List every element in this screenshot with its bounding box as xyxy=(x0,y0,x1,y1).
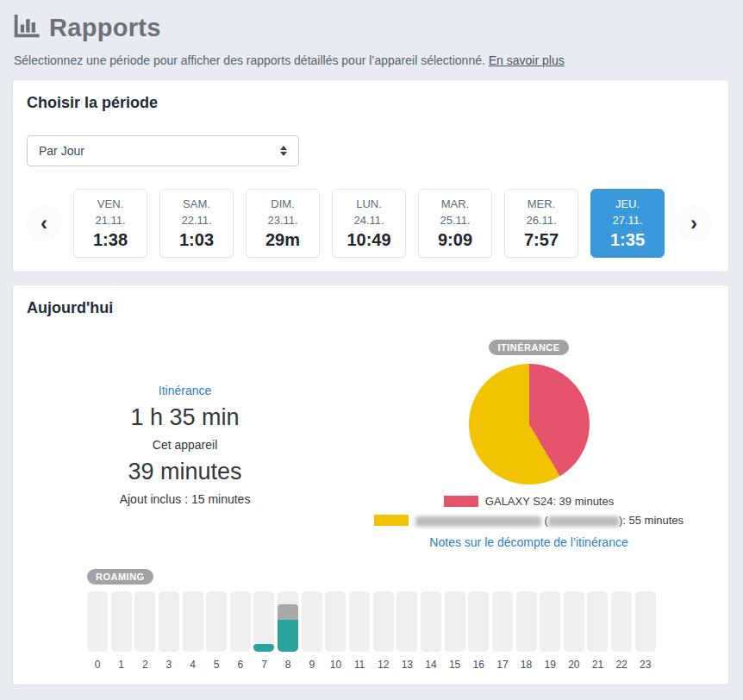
bar-chart-icon xyxy=(14,15,41,41)
hour-bar-track xyxy=(111,591,132,652)
hour-label: 20 xyxy=(568,659,579,671)
hour-label: 7 xyxy=(261,659,267,671)
hour-label: 1 xyxy=(118,659,124,671)
day-list: VEN.21.11.1:38SAM.22.11.1:03DIM.23.11.29… xyxy=(73,189,665,258)
day-card-date: 22.11. xyxy=(181,213,211,228)
period-select[interactable]: Par Jour xyxy=(27,135,299,166)
learn-more-link[interactable]: En savoir plus xyxy=(489,53,565,67)
day-card-name: MAR. xyxy=(441,197,470,212)
hour-bar-track xyxy=(206,591,227,652)
hour-bar: 2 xyxy=(134,591,155,671)
day-card-name: VEN. xyxy=(97,197,123,212)
legend-row: GALAXY S24: 39 minutes xyxy=(444,495,614,508)
day-card[interactable]: LUN.24.11.10:49 xyxy=(332,189,406,258)
roaming-total: 1 h 35 min xyxy=(27,404,343,431)
hour-bar-segment xyxy=(278,604,298,620)
day-card[interactable]: MER.26.11.7:57 xyxy=(504,189,578,258)
hour-bar: 14 xyxy=(421,591,441,671)
hour-bar: 7 xyxy=(253,591,274,671)
day-card-date: 23.11. xyxy=(267,213,297,228)
roaming-hour-block: ROAMING 01234567891011121314151617181920… xyxy=(87,568,715,671)
hour-bar-track xyxy=(159,591,179,652)
hour-bar: 0 xyxy=(87,591,108,671)
hour-label: 12 xyxy=(378,659,389,671)
hour-bar: 10 xyxy=(325,591,346,671)
hour-bar-track xyxy=(253,591,274,652)
day-card-time: 1:35 xyxy=(610,230,645,250)
hour-bar-track xyxy=(587,591,608,652)
day-card[interactable]: DIM.23.11.29m xyxy=(246,189,320,258)
hour-bar: 13 xyxy=(396,591,417,671)
period-select-value: Par Jour xyxy=(39,144,84,158)
hour-bar: 9 xyxy=(302,591,322,671)
hour-label: 0 xyxy=(95,659,101,671)
hour-bar: 18 xyxy=(516,591,537,671)
hour-bar-track xyxy=(373,591,394,652)
legend-label: (): 55 minutes xyxy=(415,514,684,527)
hour-bar: 22 xyxy=(611,591,632,671)
device-label: Cet appareil xyxy=(27,438,343,452)
hour-bar-track xyxy=(302,591,322,652)
day-card-name: SAM. xyxy=(183,197,210,212)
hour-bar: 5 xyxy=(206,591,227,671)
hour-bar-segment xyxy=(278,620,298,652)
hour-label: 2 xyxy=(142,659,148,671)
hour-bar-segment xyxy=(253,644,274,652)
carousel-next-button[interactable]: › xyxy=(677,206,711,241)
hour-bar: 4 xyxy=(183,591,203,671)
day-card-date: 27.11. xyxy=(612,213,642,228)
day-card[interactable]: SAM.22.11.1:03 xyxy=(159,189,234,258)
device-total: 39 minutes xyxy=(27,459,343,485)
hour-label: 17 xyxy=(496,659,508,671)
roaming-notes-link[interactable]: Notes sur le décompte de l’itinérance xyxy=(429,535,627,549)
day-card-time: 10:49 xyxy=(347,230,390,250)
hour-bar-track xyxy=(445,591,465,652)
hour-bar-track xyxy=(611,591,632,652)
hour-bar: 12 xyxy=(373,591,394,671)
roaming-label: Itinérance xyxy=(27,384,343,397)
day-carousel: ‹ VEN.21.11.1:38SAM.22.11.1:03DIM.23.11.… xyxy=(27,189,715,258)
hour-label: 16 xyxy=(473,659,484,671)
day-card-time: 7:57 xyxy=(524,230,559,250)
legend-row: (): 55 minutes xyxy=(374,514,684,527)
hour-label: 10 xyxy=(330,659,341,671)
roaming-stats: Itinérance 1 h 35 min Cet appareil 39 mi… xyxy=(27,384,343,506)
hour-label: 4 xyxy=(190,659,196,671)
hour-bar-track xyxy=(396,591,417,652)
hour-label: 3 xyxy=(166,659,172,671)
hour-bar: 16 xyxy=(468,591,489,671)
carousel-prev-button[interactable]: ‹ xyxy=(27,206,61,241)
hour-bar: 17 xyxy=(492,591,513,671)
hour-label: 22 xyxy=(615,659,627,671)
hour-bar: 6 xyxy=(230,591,251,671)
added-note: Ajout inclus : 15 minutes xyxy=(27,492,343,506)
roaming-hour-chart: 01234567891011121314151617181920212223 xyxy=(87,591,656,671)
hour-label: 23 xyxy=(640,659,651,671)
roaming-pie-chart xyxy=(469,364,590,484)
chevron-left-icon: ‹ xyxy=(41,213,47,234)
hour-bar: 20 xyxy=(564,591,584,671)
day-card[interactable]: MAR.25.11.9:09 xyxy=(418,189,492,258)
day-card-time: 29m xyxy=(265,230,300,250)
hour-bar: 21 xyxy=(587,591,608,671)
hour-bar-track xyxy=(183,591,203,652)
day-card-date: 25.11. xyxy=(440,213,470,228)
hour-label: 19 xyxy=(544,659,555,671)
hour-bar-track xyxy=(230,591,251,652)
redacted-text xyxy=(548,516,619,527)
pie-legend: GALAXY S24: 39 minutes (): 55 minutes xyxy=(374,495,684,527)
roaming-pie-block: ITINÉRANCE GALAXY S24: 39 minutes (): 55… xyxy=(343,340,715,549)
day-card[interactable]: VEN.21.11.1:38 xyxy=(73,189,147,258)
page-title: Rapports xyxy=(49,14,161,42)
hour-bar-track xyxy=(325,591,346,652)
hour-label: 13 xyxy=(402,659,413,671)
period-card: Choisir la période Par Jour ‹ VEN.21.11.… xyxy=(12,79,729,272)
hour-label: 11 xyxy=(354,659,365,671)
day-card[interactable]: JEU.27.11.1:35 xyxy=(590,189,665,258)
hour-bar-track xyxy=(492,591,513,652)
hour-label: 8 xyxy=(285,659,291,671)
hour-label: 5 xyxy=(214,659,220,671)
hour-bar: 8 xyxy=(278,591,298,671)
subtitle-text: Sélectionnez une période pour afficher d… xyxy=(14,53,485,67)
legend-swatch xyxy=(444,496,478,507)
